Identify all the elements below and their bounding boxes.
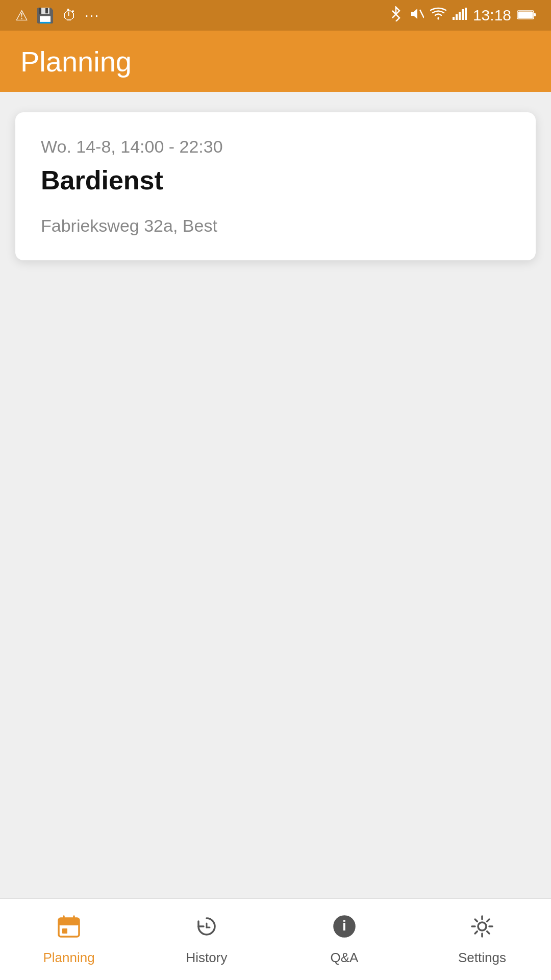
tab-history[interactable]: History [138,913,276,966]
timer-icon: ⏱ [62,7,77,24]
tab-settings-label: Settings [458,950,506,966]
warning-icon: ⚠ [15,7,28,24]
svg-rect-7 [518,11,533,18]
tab-settings[interactable]: Settings [413,913,551,966]
signal-icon [453,8,467,23]
main-content: Wo. 14-8, 14:00 - 22:30 Bardienst Fabrie… [0,92,551,898]
status-bar-left-icons: ⚠ 💾 ⏱ ··· [15,7,99,24]
settings-icon [469,913,495,946]
schedule-card[interactable]: Wo. 14-8, 14:00 - 22:30 Bardienst Fabrie… [15,112,536,260]
schedule-date: Wo. 14-8, 14:00 - 22:30 [41,137,510,157]
svg-rect-3 [459,12,461,20]
status-bar: ⚠ 💾 ⏱ ··· [0,0,551,31]
save-icon: 💾 [36,7,54,24]
mute-icon [409,7,424,24]
svg-line-0 [420,10,424,18]
schedule-title: Bardienst [41,165,510,195]
status-time: 13:18 [473,7,511,24]
battery-icon [517,8,536,23]
svg-rect-4 [462,9,464,20]
tab-qna-label: Q&A [331,950,359,966]
svg-rect-10 [59,918,79,925]
tab-planning[interactable]: Planning [0,913,138,966]
svg-rect-5 [465,8,467,20]
bluetooth-icon [389,6,403,25]
svg-rect-2 [456,14,458,20]
tab-history-label: History [186,950,228,966]
app-title: Planning [20,45,132,78]
svg-rect-1 [453,17,455,20]
bottom-nav: Planning History i Q&A [0,898,551,980]
schedule-address: Fabrieksweg 32a, Best [41,216,510,236]
svg-rect-8 [534,13,536,16]
app-header: Planning [0,31,551,92]
svg-text:i: i [342,918,346,934]
svg-point-19 [478,922,486,930]
history-icon [193,913,220,946]
tab-planning-label: Planning [43,950,94,966]
more-icon: ··· [85,7,99,23]
qna-icon: i [331,913,358,946]
svg-rect-13 [62,928,67,934]
planning-icon [56,913,82,946]
tab-qna[interactable]: i Q&A [276,913,413,966]
wifi-icon [430,7,446,24]
status-bar-right-icons: 13:18 [389,6,536,25]
